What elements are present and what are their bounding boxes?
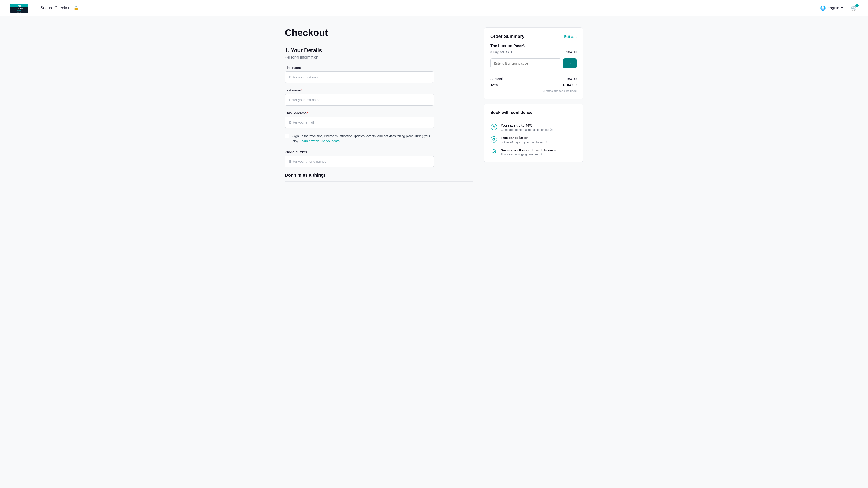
info-icon-2: ⓘ [544, 140, 547, 144]
confidence-item-guarantee: Save or we'll refund the difference That… [490, 148, 577, 156]
product-desc: 3 Day, Adult x 1 [490, 50, 512, 54]
promo-row: › [490, 58, 577, 68]
phone-label: Phone number [285, 150, 473, 154]
header-right: 🌐 English ▾ 🛒 1 [817, 3, 859, 13]
first-name-label: First name* [285, 66, 473, 70]
order-summary-title: Order Summary [490, 34, 524, 39]
last-name-label: Last name* [285, 88, 473, 92]
confidence-guarantee-desc: That's our savings guarantee! ↗ [501, 153, 577, 156]
section1-title: 1. Your Details [285, 47, 473, 54]
required-star: * [301, 66, 303, 70]
confidence-cancellation-desc: Within 90 days of your purchase ⓘ [501, 140, 577, 144]
confidence-item-cancellation: Free cancellation Within 90 days of your… [490, 136, 577, 144]
dont-miss-title: Don't miss a thing! [285, 173, 473, 182]
logo-svg: THE LONDON PASS by Go City [9, 3, 29, 13]
confidence-savings-title: You save up to 46% [501, 123, 577, 127]
promo-input[interactable] [490, 58, 561, 68]
svg-text:THE: THE [18, 5, 21, 7]
required-star-3: * [307, 111, 308, 115]
cart-button[interactable]: 🛒 1 [849, 3, 859, 13]
promo-btn-arrow: › [569, 61, 570, 66]
total-value: £184.00 [563, 83, 577, 88]
header-left: THE LONDON PASS by Go City Secure Checko… [9, 3, 79, 13]
last-name-input[interactable] [285, 94, 434, 105]
guarantee-icon [490, 148, 498, 156]
secure-checkout-label: Secure Checkout 🔒 [35, 6, 79, 11]
svg-point-8 [491, 124, 497, 130]
newsletter-learn-more-link[interactable]: Learn how we use your data. [300, 139, 340, 143]
right-column: Order Summary Edit cart The London Pass©… [484, 27, 583, 162]
section1-subtitle: Personal Information [285, 55, 473, 59]
savings-icon [490, 123, 498, 131]
svg-text:PASS: PASS [18, 10, 21, 11]
subtotal-label: Subtotal [490, 77, 503, 80]
subtotal-row: Subtotal £184.00 [490, 77, 577, 80]
globe-icon: 🌐 [820, 5, 826, 11]
confidence-guarantee-title: Save or we'll refund the difference [501, 148, 577, 152]
external-link-icon: ↗ [540, 153, 543, 156]
first-name-input[interactable] [285, 71, 434, 83]
confidence-savings-text: You save up to 46% Compared to normal at… [501, 123, 577, 132]
order-summary-header: Order Summary Edit cart [490, 34, 577, 39]
total-row: Total £184.00 [490, 83, 577, 88]
phone-group: Phone number [285, 150, 473, 167]
lock-icon: 🔒 [73, 6, 79, 11]
confidence-cancellation-title: Free cancellation [501, 136, 577, 140]
header: THE LONDON PASS by Go City Secure Checko… [0, 0, 868, 16]
order-summary-card: Order Summary Edit cart The London Pass©… [484, 27, 583, 99]
confidence-savings-desc: Compared to normal attraction prices ⓘ [501, 128, 577, 132]
language-selector[interactable]: 🌐 English ▾ [817, 4, 846, 13]
logo: THE LONDON PASS by Go City [9, 3, 29, 13]
confidence-cancellation-text: Free cancellation Within 90 days of your… [501, 136, 577, 144]
subtotal-value: £184.00 [564, 77, 577, 80]
svg-point-10 [491, 136, 497, 142]
svg-point-11 [493, 139, 495, 140]
confidence-item-savings: You save up to 46% Compared to normal at… [490, 123, 577, 132]
chevron-down-icon: ▾ [841, 6, 843, 10]
svg-text:by Go City: by Go City [17, 12, 22, 13]
required-star-2: * [301, 88, 303, 92]
total-label: Total [490, 83, 499, 87]
secure-checkout-text: Secure Checkout [40, 6, 72, 10]
phone-input[interactable] [285, 156, 434, 167]
svg-text:LONDON: LONDON [16, 8, 23, 9]
confidence-guarantee-text: Save or we'll refund the difference That… [501, 148, 577, 156]
newsletter-checkbox[interactable] [285, 134, 289, 138]
cancellation-icon [490, 136, 498, 143]
confidence-title: Book with confidence [490, 110, 577, 119]
cart-badge: 1 [855, 4, 859, 7]
email-input[interactable] [285, 117, 434, 128]
last-name-group: Last name* [285, 88, 473, 105]
main-container: Checkout 1. Your Details Personal Inform… [276, 17, 592, 193]
product-title: The London Pass© [490, 43, 577, 48]
product-price: £184.00 [564, 50, 577, 54]
svg-point-9 [494, 125, 494, 126]
edit-cart-link[interactable]: Edit cart [564, 35, 577, 38]
taxes-note: All taxes and fees included [490, 89, 577, 93]
confidence-card: Book with confidence You save up to 46% [484, 104, 583, 162]
newsletter-checkbox-row: Sign up for travel tips, itineraries, at… [285, 133, 434, 144]
page-title: Checkout [285, 27, 473, 38]
promo-apply-button[interactable]: › [563, 58, 577, 68]
checkout-form: Checkout 1. Your Details Personal Inform… [285, 27, 473, 182]
email-group: Email Address* [285, 111, 473, 128]
newsletter-label[interactable]: Sign up for travel tips, itineraries, at… [292, 133, 434, 144]
email-label: Email Address* [285, 111, 473, 115]
first-name-group: First name* [285, 66, 473, 83]
product-row: 3 Day, Adult x 1 £184.00 [490, 50, 577, 54]
info-icon-1: ⓘ [550, 128, 553, 132]
language-label: English [828, 6, 839, 10]
